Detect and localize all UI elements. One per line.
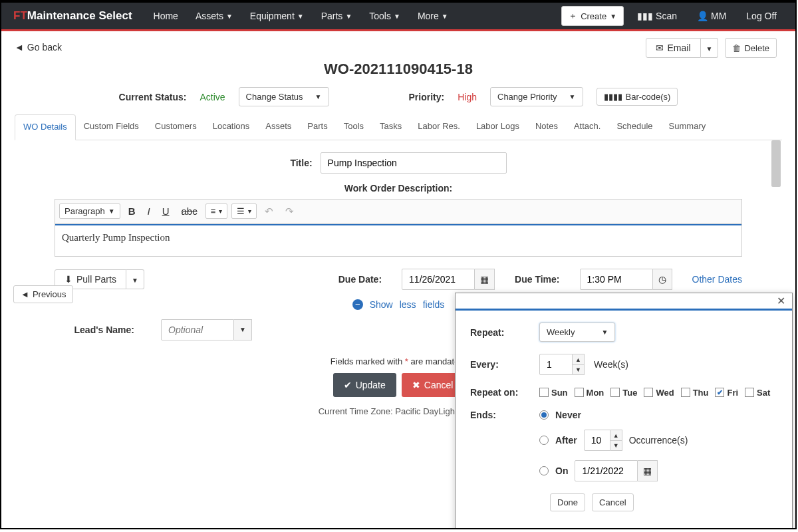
description-textarea[interactable]: Quarterly Pump Inspection (55, 224, 741, 256)
nav-home[interactable]: Home (147, 7, 185, 25)
tab-custom-fields[interactable]: Custom Fields (76, 114, 147, 140)
logoff-button[interactable]: Log Off (739, 7, 783, 25)
rich-text-editor: Paragraph▼ B I U abc ≡▾ ☰▾ ↶ ↷ Quarterly… (55, 199, 742, 257)
bullet-list-button[interactable]: ≡▾ (205, 203, 228, 219)
modal-done-button[interactable]: Done (550, 493, 585, 511)
redo-button[interactable]: ↷ (281, 203, 298, 219)
day-fri[interactable]: ✔Fri (715, 388, 738, 398)
create-button[interactable]: ＋Create▼ (561, 6, 624, 26)
show-link[interactable]: Show (370, 299, 393, 310)
every-input[interactable] (539, 354, 573, 375)
chevron-down-icon: ▾ (219, 207, 222, 215)
less-link[interactable]: less (400, 299, 416, 310)
italic-button[interactable]: I (143, 203, 154, 219)
change-priority-dropdown[interactable]: Change Priority▼ (490, 87, 583, 106)
due-time-input[interactable] (580, 269, 653, 290)
day-mon[interactable]: Mon (575, 388, 604, 398)
nav-parts[interactable]: Parts▼ (315, 7, 359, 25)
scrollbar-thumb[interactable] (771, 140, 781, 187)
nav-more[interactable]: More▼ (411, 7, 455, 25)
chevron-down-icon: ▼ (442, 13, 448, 20)
ends-never-radio[interactable] (539, 410, 549, 420)
email-dropdown-toggle[interactable]: ▼ (701, 38, 719, 58)
occurrences-input[interactable] (584, 430, 610, 451)
pull-parts-dropdown-toggle[interactable]: ▼ (126, 269, 144, 289)
previous-button[interactable]: ◄Previous (13, 285, 73, 303)
every-label: Every: (470, 359, 530, 370)
title-label: Title: (290, 158, 312, 168)
chevron-down-icon: ▾ (248, 207, 251, 215)
tab-bar: WO Details Custom Fields Customers Locat… (15, 114, 782, 140)
bold-button[interactable]: B (124, 203, 140, 219)
description-label: Work Order Description: (55, 183, 742, 194)
lead-name-label: Lead's Name: (55, 325, 134, 335)
minus-circle-icon[interactable]: − (352, 299, 363, 310)
tab-labor-logs[interactable]: Labor Logs (468, 114, 527, 140)
day-thu[interactable]: Thu (681, 388, 709, 398)
numbered-list-button[interactable]: ☰▾ (231, 203, 257, 219)
day-sat[interactable]: Sat (745, 388, 770, 398)
clock-icon-button[interactable]: ◷ (653, 269, 672, 290)
ends-on-date-input[interactable] (575, 460, 638, 481)
day-sun[interactable]: Sun (539, 388, 568, 398)
occ-spin-up[interactable]: ▲ (610, 430, 622, 440)
priority-label: Priority: (409, 92, 445, 102)
close-dialog-button[interactable]: ✕ (777, 295, 785, 307)
chevron-down-icon: ▼ (601, 329, 608, 336)
status-value: Active (200, 92, 225, 102)
lead-dropdown-toggle[interactable]: ▼ (234, 319, 252, 340)
repeat-dropdown[interactable]: Weekly▼ (539, 323, 615, 342)
nav-tools[interactable]: Tools▼ (362, 7, 407, 25)
occ-spin-down[interactable]: ▼ (610, 440, 622, 451)
tab-attach[interactable]: Attach. (566, 114, 608, 140)
tab-labor-res[interactable]: Labor Res. (410, 114, 468, 140)
tab-schedule[interactable]: Schedule (608, 114, 660, 140)
fields-link[interactable]: fields (423, 299, 445, 310)
tab-summary[interactable]: Summary (661, 114, 714, 140)
modal-cancel-button[interactable]: Cancel (592, 493, 633, 511)
chevron-down-icon: ▼ (226, 13, 233, 20)
occurrences-unit: Occurrence(s) (629, 435, 688, 446)
chevron-left-icon: ◄ (15, 42, 24, 53)
other-dates-link[interactable]: Other Dates (692, 274, 742, 285)
lead-name-input[interactable] (161, 319, 234, 340)
day-wed[interactable]: Wed (644, 388, 674, 398)
tab-assets[interactable]: Assets (257, 114, 299, 140)
chevron-down-icon: ▼ (108, 207, 115, 215)
underline-button[interactable]: U (158, 203, 174, 219)
repeat-label: Repeat: (470, 327, 530, 338)
delete-button[interactable]: 🗑Delete (725, 38, 777, 58)
due-date-input[interactable] (402, 269, 475, 290)
paragraph-dropdown[interactable]: Paragraph▼ (59, 203, 120, 219)
every-spin-up[interactable]: ▲ (573, 354, 585, 364)
tab-parts[interactable]: Parts (299, 114, 335, 140)
tab-notes[interactable]: Notes (527, 114, 566, 140)
recurrence-dialog: ✕ Repeat: Weekly▼ Every: ▲▼ Week(s) Repe… (455, 293, 793, 529)
tab-tools[interactable]: Tools (336, 114, 372, 140)
barcode-button[interactable]: ▮▮▮▮Bar-code(s) (597, 88, 678, 106)
update-button[interactable]: ✔Update (333, 373, 396, 397)
ends-on-radio[interactable] (539, 466, 549, 475)
undo-button[interactable]: ↶ (261, 203, 277, 219)
nav-assets[interactable]: Assets▼ (189, 7, 239, 25)
status-label: Current Status: (119, 92, 187, 102)
ends-after-radio[interactable] (539, 436, 549, 445)
user-menu[interactable]: 👤MM (690, 7, 733, 25)
every-spin-down[interactable]: ▼ (573, 364, 585, 375)
go-back-link[interactable]: ◄Go back (15, 38, 62, 57)
check-icon: ✔ (344, 380, 352, 390)
strike-button[interactable]: abc (177, 203, 201, 219)
ends-on-calendar-button[interactable]: ▦ (638, 460, 658, 481)
tab-customers[interactable]: Customers (147, 114, 205, 140)
change-status-dropdown[interactable]: Change Status▼ (239, 87, 329, 106)
priority-value: High (458, 92, 477, 102)
email-button[interactable]: ✉Email ▼ (646, 38, 719, 58)
day-tue[interactable]: Tue (610, 388, 637, 398)
tab-tasks[interactable]: Tasks (372, 114, 410, 140)
calendar-icon-button[interactable]: ▦ (475, 269, 495, 290)
title-input[interactable] (321, 152, 507, 174)
scan-button[interactable]: ▮▮▮Scan (630, 7, 684, 25)
tab-locations[interactable]: Locations (205, 114, 258, 140)
tab-wo-details[interactable]: WO Details (15, 114, 76, 140)
nav-equipment[interactable]: Equipment▼ (243, 7, 311, 25)
